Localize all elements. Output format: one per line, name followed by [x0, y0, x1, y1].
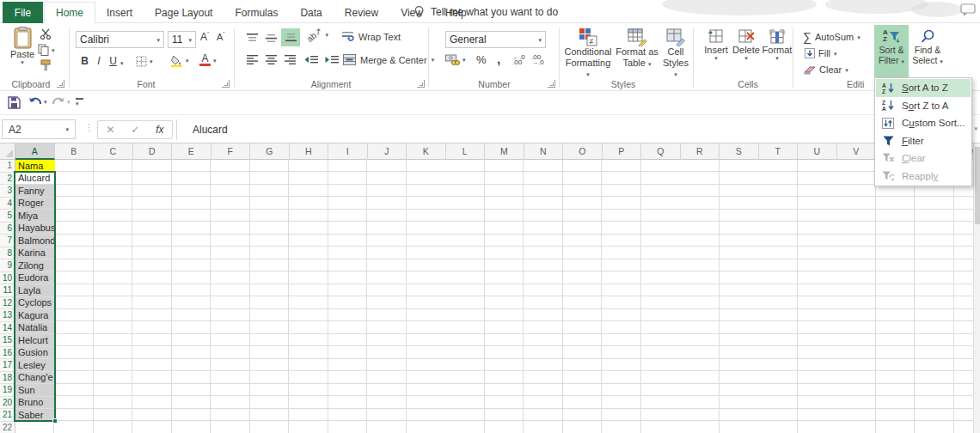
decrease-indent-button[interactable] — [304, 55, 318, 64]
grow-font-button[interactable]: Aˆ — [200, 31, 209, 43]
column-header-L[interactable]: L — [446, 143, 486, 160]
column-header-E[interactable]: E — [172, 143, 211, 160]
insert-function-icon[interactable]: fx — [156, 124, 163, 136]
align-left-button[interactable] — [243, 55, 260, 64]
bold-button[interactable]: B — [79, 55, 90, 67]
number-dialog-launcher[interactable] — [548, 80, 555, 88]
column-header-H[interactable]: H — [290, 143, 329, 160]
format-cells-button[interactable]: Format ▾ — [762, 27, 793, 61]
customize-toolbar-button[interactable]: ▾ — [76, 98, 83, 107]
menu-item-sort-a-to-z[interactable]: AZSort A to Z — [876, 79, 971, 97]
column-header-S[interactable]: S — [720, 143, 759, 160]
cell-A13[interactable]: Kagura — [15, 309, 55, 322]
cell-A5[interactable]: Miya — [15, 210, 55, 223]
autosum-button[interactable]: ∑ AutoSum ▾ — [803, 30, 861, 44]
row-header-9[interactable]: 9 — [0, 259, 15, 272]
clear-button[interactable]: Clear ▾ — [804, 64, 848, 75]
cell-A19[interactable]: Sun — [15, 384, 55, 397]
font-name-combo[interactable]: Calibri ▾ — [76, 31, 164, 48]
cell-A16[interactable]: Gusion — [15, 347, 55, 360]
italic-button[interactable]: I — [95, 55, 103, 67]
column-header-A[interactable]: A — [15, 143, 55, 160]
format-painter-button[interactable] — [40, 59, 52, 71]
row-header-3[interactable]: 3 — [0, 185, 15, 198]
conditional-formatting-button[interactable]: ≠ Conditional Formatting ▾ — [563, 27, 613, 79]
orientation-button[interactable]: ab↗ ▾ — [306, 30, 328, 40]
tab-formulas[interactable]: Formulas — [224, 2, 289, 23]
cell-A7[interactable]: Balmond — [15, 235, 55, 247]
middle-align-button[interactable] — [262, 30, 279, 46]
row-header-10[interactable]: 10 — [0, 272, 15, 285]
cell-A3[interactable]: Fanny — [15, 185, 55, 198]
decrease-decimal-button[interactable]: .00→.0 — [531, 55, 544, 65]
cell-A18[interactable]: Chang'e — [15, 372, 55, 385]
menu-item-filter[interactable]: Filter — [876, 132, 971, 150]
paste-button[interactable]: Paste ▾ — [7, 27, 38, 65]
row-header-2[interactable]: 2 — [0, 173, 15, 186]
row-header-17[interactable]: 17 — [0, 359, 15, 372]
cut-button[interactable] — [40, 28, 52, 40]
sort-filter-button[interactable]: AZ Sort & Filter ▾ — [874, 25, 909, 77]
row-header-16[interactable]: 16 — [0, 347, 15, 360]
borders-button[interactable]: ▾ — [136, 56, 153, 67]
row-header-12[interactable]: 12 — [0, 297, 15, 310]
formula-bar-expand-chevron[interactable]: ▾ — [974, 125, 977, 131]
comment-bubble-icon[interactable] — [960, 3, 976, 17]
tab-review[interactable]: Review — [334, 2, 389, 23]
cell-A14[interactable]: Natalia — [15, 322, 55, 335]
underline-button[interactable]: U — [108, 55, 118, 67]
row-header-21[interactable]: 21 — [0, 409, 15, 422]
top-align-button[interactable] — [243, 30, 260, 46]
cell-A21[interactable]: Saber — [15, 409, 55, 422]
column-header-V[interactable]: V — [837, 143, 877, 160]
row-header-8[interactable]: 8 — [0, 247, 15, 260]
row-header-13[interactable]: 13 — [0, 309, 15, 322]
column-header-C[interactable]: C — [94, 143, 133, 160]
tab-insert[interactable]: Insert — [95, 2, 144, 23]
fill-button[interactable]: Fill ▾ — [805, 48, 837, 58]
row-header-15[interactable]: 15 — [0, 334, 15, 347]
row-header-11[interactable]: 11 — [0, 284, 15, 297]
font-color-button[interactable]: A ▾ — [199, 54, 217, 66]
number-format-combo[interactable]: General ▾ — [445, 31, 546, 48]
column-header-R[interactable]: R — [681, 143, 720, 160]
row-header-5[interactable]: 5 — [0, 210, 15, 223]
vertical-scrollbar[interactable] — [973, 143, 980, 433]
row-header-19[interactable]: 19 — [0, 384, 15, 397]
fill-handle[interactable] — [52, 418, 58, 424]
select-all-corner[interactable] — [0, 143, 15, 160]
column-header-I[interactable]: I — [328, 143, 368, 160]
row-header-6[interactable]: 6 — [0, 223, 15, 235]
cell-A10[interactable]: Eudora — [15, 272, 55, 285]
align-right-button[interactable] — [281, 55, 298, 64]
cell-A2[interactable]: Alucard — [15, 173, 55, 186]
cell-A6[interactable]: Hayabusa — [15, 223, 55, 235]
align-center-button[interactable] — [262, 55, 279, 64]
row-header-1[interactable]: 1 — [0, 160, 15, 173]
cell-A9[interactable]: Zilong — [15, 259, 55, 272]
row-header-14[interactable]: 14 — [0, 322, 15, 335]
column-header-Q[interactable]: Q — [641, 143, 681, 160]
cell-A15[interactable]: Helcurt — [15, 334, 55, 347]
find-select-button[interactable]: Find & Select ▾ — [910, 25, 945, 77]
column-header-M[interactable]: M — [485, 143, 524, 160]
cell-A22[interactable] — [15, 422, 55, 433]
format-as-table-button[interactable]: Format as Table ▾ — [616, 27, 658, 68]
scrollbar-thumb[interactable] — [975, 147, 980, 224]
enter-icon[interactable]: ✓ — [131, 124, 139, 136]
save-button[interactable] — [8, 96, 21, 109]
clipboard-dialog-launcher[interactable] — [57, 80, 64, 88]
cell-A11[interactable]: Layla — [15, 284, 55, 297]
row-header-22[interactable]: 22 — [0, 422, 15, 433]
percent-style-button[interactable]: % — [476, 53, 487, 66]
cell-A1[interactable]: Nama — [15, 160, 55, 173]
increase-indent-button[interactable] — [325, 55, 339, 64]
column-header-B[interactable]: B — [55, 143, 95, 160]
wrap-text-button[interactable]: Wrap Text — [342, 32, 401, 42]
column-header-K[interactable]: K — [407, 143, 446, 160]
tell-me-box[interactable]: Tell me what you want to do — [413, 0, 558, 23]
font-dialog-launcher[interactable] — [222, 80, 230, 88]
row-header-7[interactable]: 7 — [0, 235, 15, 247]
bottom-align-button[interactable] — [281, 28, 300, 46]
merge-center-button[interactable]: Merge & Center ▾ — [343, 54, 434, 65]
